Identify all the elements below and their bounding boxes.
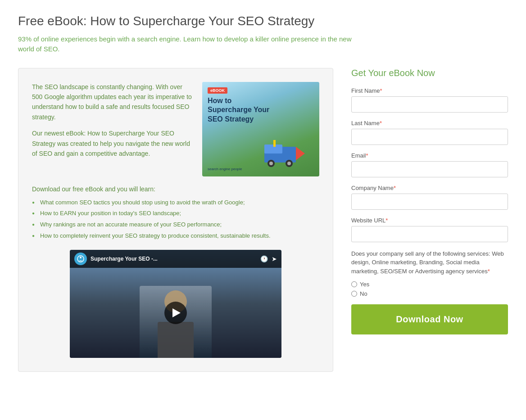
svg-point-9 [80, 257, 82, 258]
services-group: Does your company sell any of the follow… [351, 249, 508, 298]
last-name-group: Last Name* [351, 120, 508, 145]
website-url-group: Website URL* [351, 217, 508, 242]
first-name-label: First Name* [351, 87, 508, 94]
ebook-cover: eBOOK How toSupercharge YourSEO Strategy [202, 82, 319, 176]
video-title-bar: Supercharge Your SEO -... [91, 256, 257, 262]
main-layout: The SEO landscape is constantly changing… [18, 68, 508, 372]
form-title: Get Your eBook Now [351, 68, 508, 78]
list-item: Why rankings are not an accurate measure… [32, 220, 319, 230]
website-url-label: Website URL* [351, 217, 508, 224]
svg-rect-7 [273, 140, 276, 147]
list-item: What common SEO tactics you should stop … [32, 198, 319, 208]
content-para2: Our newest eBook: How to Supercharge You… [32, 128, 193, 158]
list-item: How to EARN your position in today's SEO… [32, 209, 319, 218]
play-button[interactable] [164, 302, 187, 324]
download-intro: Download our free eBook and you will lea… [32, 185, 319, 193]
content-para1: The SEO landscape is constantly changing… [32, 82, 193, 122]
first-name-input[interactable] [351, 96, 508, 113]
email-group: Email* [351, 152, 508, 177]
bullet-list: What common SEO tactics you should stop … [32, 198, 319, 241]
company-name-label: Company Name* [351, 185, 508, 191]
truck-illustration [260, 131, 314, 167]
last-name-input[interactable] [351, 129, 508, 145]
last-name-label: Last Name* [351, 120, 508, 126]
download-now-button[interactable]: Download Now [351, 304, 508, 334]
company-name-input[interactable] [351, 194, 508, 210]
radio-no[interactable] [351, 291, 357, 297]
svg-point-5 [287, 162, 291, 165]
play-triangle-icon [172, 308, 181, 317]
video-top-bar: Supercharge Your SEO -... 🕐 ➤ [70, 250, 281, 268]
required-star: * [380, 120, 382, 126]
form-panel: Get Your eBook Now First Name* Last Name… [351, 68, 508, 335]
page-subtitle: 93% of online experiences begin with a s… [18, 34, 369, 54]
content-top: The SEO landscape is constantly changing… [32, 82, 319, 176]
video-person-area [70, 268, 281, 358]
ebook-badge: eBOOK [208, 87, 227, 94]
radio-yes[interactable] [351, 281, 357, 287]
radio-group: Yes No [351, 281, 508, 297]
required-star: * [366, 152, 368, 159]
website-url-input[interactable] [351, 226, 508, 242]
ebook-title: How toSupercharge YourSEO Strategy [208, 96, 314, 124]
radio-yes-option[interactable]: Yes [351, 281, 508, 288]
list-item: How to completely reinvent your SEO stra… [32, 231, 319, 241]
email-label: Email* [351, 152, 508, 159]
video-title: Supercharge Your SEO -... [91, 256, 257, 262]
channel-icon [74, 253, 87, 265]
email-input[interactable] [351, 161, 508, 177]
required-star: * [380, 87, 382, 94]
video-container: Supercharge Your SEO -... 🕐 ➤ [70, 250, 281, 358]
radio-no-label: No [360, 290, 367, 297]
required-star: * [394, 185, 396, 191]
content-text: The SEO landscape is constantly changing… [32, 82, 193, 176]
radio-no-option[interactable]: No [351, 290, 508, 297]
radio-yes-label: Yes [360, 281, 369, 288]
svg-marker-6 [296, 147, 305, 160]
svg-point-3 [269, 162, 273, 165]
clock-icon: 🕐 [260, 255, 268, 262]
services-question: Does your company sell any of the follow… [351, 249, 508, 276]
content-panel: The SEO landscape is constantly changing… [18, 68, 333, 372]
video-icons: 🕐 ➤ [260, 255, 277, 262]
required-star: * [385, 217, 388, 224]
share-icon: ➤ [272, 255, 277, 262]
video-background: Supercharge Your SEO -... 🕐 ➤ [70, 250, 281, 358]
ebook-logo: search engine people [208, 167, 314, 171]
first-name-group: First Name* [351, 87, 508, 113]
ebook-cover-inner: eBOOK How toSupercharge YourSEO Strategy [202, 82, 319, 176]
company-name-group: Company Name* [351, 185, 508, 210]
required-star: * [488, 268, 490, 275]
page-title: Free eBook: How to Supercharge Your SEO … [18, 14, 508, 29]
